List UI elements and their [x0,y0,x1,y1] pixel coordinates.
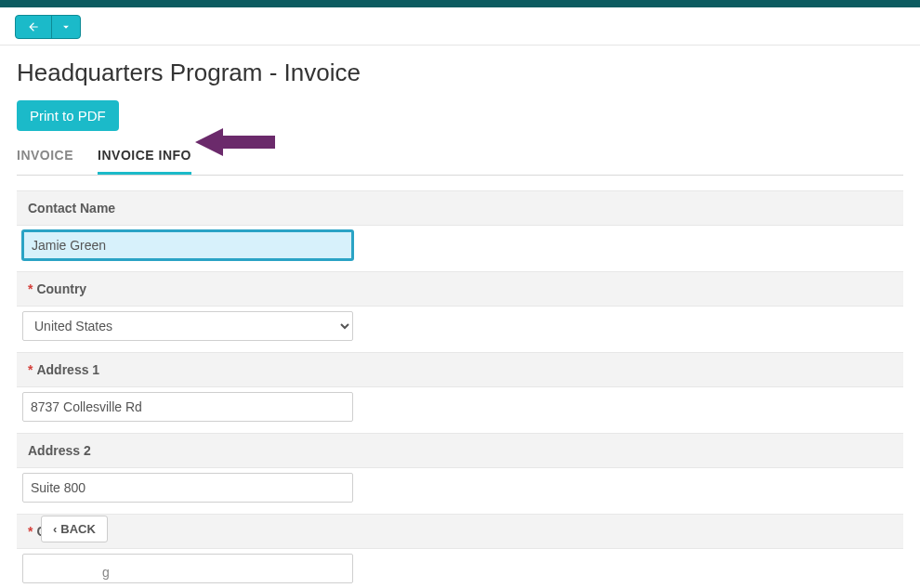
svg-marker-0 [195,128,275,156]
tab-invoice-info[interactable]: INVOICE INFO [98,138,191,175]
back-arrow-icon [16,16,51,38]
page-title: Headquarters Program - Invoice [17,59,903,87]
label-city: *City [17,514,903,549]
label-address-2: Address 2 [17,433,903,468]
back-split-button[interactable] [15,15,81,39]
top-app-bar [0,0,920,7]
chevron-left-icon: ‹ [53,522,57,536]
back-button[interactable]: ‹BACK [41,516,108,542]
tab-invoice[interactable]: INVOICE [17,138,73,175]
city-input[interactable] [22,554,353,583]
contact-name-input[interactable] [22,230,353,260]
annotation-arrow-icon [195,126,275,158]
print-to-pdf-button[interactable]: Print to PDF [17,100,119,131]
address-2-input[interactable] [22,473,353,503]
label-country: *Country [17,271,903,307]
address-1-input[interactable] [22,392,353,422]
invoice-info-form: Contact Name *Country United States *Add… [17,190,903,588]
label-address-1: *Address 1 [17,352,903,387]
caret-down-icon[interactable] [51,16,80,38]
country-select[interactable]: United States [22,311,353,341]
label-contact-name: Contact Name [17,190,903,226]
